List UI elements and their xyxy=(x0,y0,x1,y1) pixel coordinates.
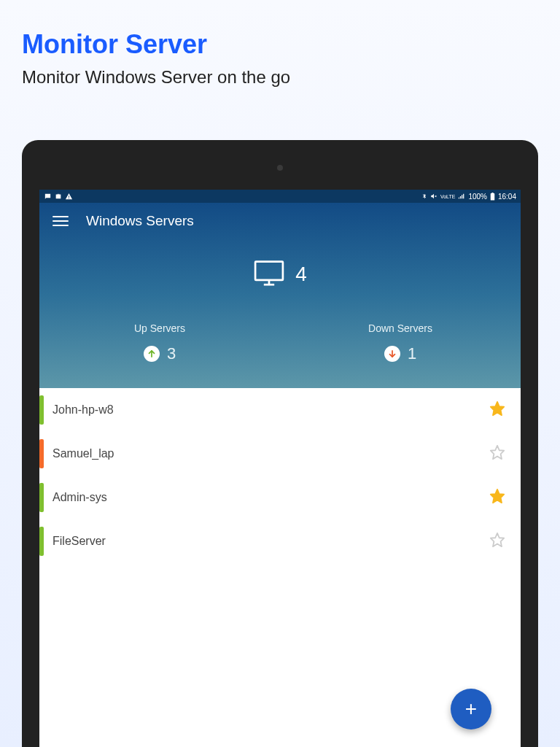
svg-marker-9 xyxy=(491,489,504,503)
signal-icon xyxy=(458,193,465,200)
battery-icon xyxy=(490,193,495,201)
stats-row: Up Servers 3 Down Servers xyxy=(39,302,521,388)
mute-icon xyxy=(430,193,438,200)
down-servers-stat[interactable]: Down Servers 1 xyxy=(280,322,521,363)
clock-text: 16:04 xyxy=(498,193,516,201)
server-row[interactable]: Samuel_lap xyxy=(39,432,521,476)
promo-subtitle: Monitor Windows Server on the go xyxy=(0,67,560,109)
favorite-button[interactable] xyxy=(481,481,513,514)
status-indicator xyxy=(39,439,44,468)
server-name: John-hp-w8 xyxy=(52,403,481,417)
arrow-up-icon xyxy=(144,346,160,362)
svg-marker-10 xyxy=(491,533,504,546)
total-count: 4 xyxy=(295,263,307,286)
status-indicator xyxy=(39,483,44,512)
svg-rect-2 xyxy=(255,262,283,280)
camera-dot xyxy=(277,165,283,171)
svg-marker-7 xyxy=(491,402,504,415)
warning-icon xyxy=(65,193,73,201)
tablet-frame: VoLTE 100% 16:04 Windows Servers xyxy=(22,140,538,747)
plus-icon: + xyxy=(465,697,477,721)
up-servers-stat[interactable]: Up Servers 3 xyxy=(39,322,280,363)
server-row[interactable]: FileServer xyxy=(39,519,521,563)
bluetooth-icon xyxy=(421,193,427,200)
promo-title: Monitor Server xyxy=(0,0,560,67)
svg-marker-8 xyxy=(491,446,504,459)
add-server-button[interactable]: + xyxy=(451,689,491,729)
server-list: John-hp-w8Samuel_lapAdmin-sysFileServer xyxy=(39,388,521,563)
page-title: Windows Servers xyxy=(86,213,194,229)
star-icon xyxy=(489,444,505,463)
server-name: FileServer xyxy=(52,535,481,548)
menu-icon[interactable] xyxy=(52,213,69,229)
app-header: Windows Servers 4 Up Servers xyxy=(39,203,521,388)
favorite-button[interactable] xyxy=(481,438,513,470)
status-indicator xyxy=(39,395,44,425)
down-servers-label: Down Servers xyxy=(280,322,521,334)
android-statusbar: VoLTE 100% 16:04 xyxy=(39,190,521,203)
star-icon xyxy=(489,532,505,551)
up-servers-value: 3 xyxy=(167,344,176,363)
app-screen: VoLTE 100% 16:04 Windows Servers xyxy=(39,190,521,747)
hero-total: 4 xyxy=(39,239,521,302)
svg-rect-0 xyxy=(491,193,495,200)
battery-text: 100% xyxy=(468,193,487,201)
up-servers-label: Up Servers xyxy=(39,322,280,334)
star-icon xyxy=(489,400,505,419)
server-row[interactable]: Admin-sys xyxy=(39,476,521,519)
monitor-icon xyxy=(253,260,285,289)
arrow-down-icon xyxy=(384,346,400,362)
server-name: Samuel_lap xyxy=(52,447,481,460)
lte-icon: VoLTE xyxy=(440,194,456,199)
briefcase-icon xyxy=(55,193,62,200)
favorite-button[interactable] xyxy=(481,525,513,557)
chat-icon xyxy=(44,193,52,201)
svg-rect-1 xyxy=(491,193,493,193)
status-indicator xyxy=(39,527,44,556)
star-icon xyxy=(489,488,505,507)
server-name: Admin-sys xyxy=(52,491,481,504)
server-row[interactable]: John-hp-w8 xyxy=(39,388,521,432)
down-servers-value: 1 xyxy=(408,344,416,363)
favorite-button[interactable] xyxy=(481,394,513,426)
